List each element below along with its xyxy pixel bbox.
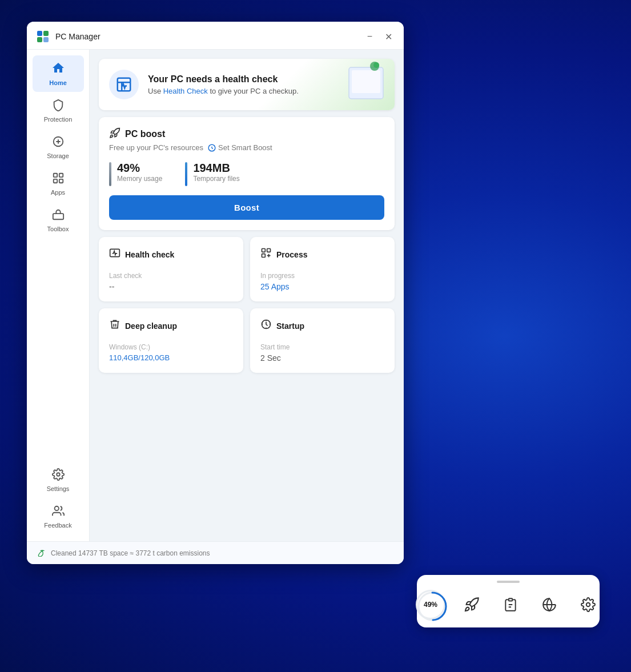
sidebar-feedback-label: Feedback — [44, 522, 71, 529]
startup-icon — [260, 319, 272, 333]
deep-cleanup-title: Deep cleanup — [125, 321, 177, 331]
sidebar-item-protection[interactable]: Protection — [33, 93, 84, 128]
svg-rect-8 — [59, 179, 62, 183]
taskbar-widget: 49% — [417, 575, 600, 627]
sidebar-item-feedback[interactable]: Feedback — [33, 499, 84, 534]
protection-icon — [52, 99, 65, 114]
health-banner-icon — [109, 70, 139, 99]
svg-rect-14 — [352, 70, 380, 93]
sidebar-bottom: Settings Feedback — [27, 462, 89, 536]
settings-icon — [52, 468, 65, 483]
process-card-icon — [260, 247, 272, 261]
minimize-button[interactable]: − — [365, 30, 375, 43]
storage-icon — [52, 135, 65, 150]
sidebar-item-storage[interactable]: Storage — [33, 130, 84, 165]
temp-label: Temporary files — [193, 175, 239, 183]
svg-point-10 — [57, 473, 60, 476]
svg-point-26 — [586, 603, 590, 607]
titlebar: PC Manager − ✕ — [27, 22, 404, 50]
svg-point-11 — [54, 506, 58, 510]
health-banner-text: Your PC needs a health check Use Health … — [148, 74, 299, 95]
process-card-title: Process — [276, 250, 307, 259]
boost-widget-btn — [459, 592, 484, 617]
smart-boost-link[interactable]: Set Smart Boost — [208, 143, 272, 152]
banner-decoration — [337, 59, 389, 110]
deep-cleanup-card[interactable]: Deep cleanup Windows (C:) 110,4GB/120,0G… — [99, 308, 243, 373]
widget-handle — [497, 581, 520, 583]
process-status-label: In progress — [260, 272, 384, 280]
memory-stat-text: 49% Memory usage — [117, 161, 162, 183]
health-check-card-title: Health check — [125, 250, 174, 259]
sidebar-protection-label: Protection — [44, 116, 73, 123]
sidebar-item-apps[interactable]: Apps — [33, 166, 84, 202]
deep-cleanup-label: Windows (C:) — [109, 343, 233, 351]
svg-rect-2 — [37, 37, 42, 42]
health-check-status-label: Last check — [109, 272, 233, 280]
widget-clipboard-icon[interactable] — [498, 592, 523, 617]
widget-icons: 49% — [416, 590, 601, 619]
sidebar-settings-label: Settings — [47, 485, 70, 492]
rocket-icon — [109, 127, 120, 141]
svg-rect-21 — [262, 254, 266, 257]
widget-edge-icon[interactable] — [537, 592, 562, 617]
sidebar-toolbox-label: Toolbox — [47, 226, 69, 232]
temp-value: 194MB — [193, 161, 239, 175]
sidebar-item-toolbox[interactable]: Toolbox — [33, 203, 84, 238]
window-body: Home Protection Storage Apps — [27, 50, 404, 541]
toolbox-icon — [52, 208, 65, 223]
boost-stats: 49% Memory usage 194MB Temporary files — [109, 161, 384, 186]
deep-cleanup-card-header: Deep cleanup — [109, 319, 233, 333]
svg-rect-7 — [53, 179, 57, 183]
memory-pct-label: 49% — [424, 601, 437, 609]
sidebar: Home Protection Storage Apps — [27, 50, 90, 541]
temp-stat-text: 194MB Temporary files — [193, 161, 239, 183]
health-check-status-value: -- — [109, 282, 233, 291]
health-banner-desc: Use Health Check to give your PC a check… — [148, 87, 299, 95]
cards-grid: Health check Last check -- Process In pr… — [99, 237, 395, 373]
app-title: PC Manager — [55, 32, 365, 41]
main-content: Your PC needs a health check Use Health … — [90, 50, 404, 541]
process-card[interactable]: Process In progress 25 Apps — [250, 237, 395, 301]
widget-settings-icon[interactable] — [576, 592, 601, 617]
process-apps-value: 25 Apps — [260, 282, 384, 291]
process-card-header: Process — [260, 247, 384, 261]
widget-memory-circle[interactable]: 49% — [416, 590, 445, 619]
footer-text: Cleaned 14737 TB space ≈ 3772 t carbon e… — [51, 549, 210, 557]
pc-boost-card: PC boost Free up your PC's resources Set… — [99, 117, 395, 230]
widget-boost-icon[interactable] — [459, 592, 484, 617]
feedback-icon — [52, 505, 65, 520]
boost-header: PC boost — [109, 127, 384, 141]
deep-cleanup-value: 110,4GB/120,0GB — [109, 353, 233, 362]
temp-bar — [185, 162, 187, 186]
startup-label: Start time — [260, 343, 384, 351]
memory-bar — [109, 162, 111, 186]
sidebar-home-label: Home — [49, 79, 67, 86]
health-check-banner[interactable]: Your PC needs a health check Use Health … — [99, 59, 395, 110]
memory-label: Memory usage — [117, 175, 162, 183]
sidebar-item-settings[interactable]: Settings — [33, 462, 84, 498]
close-button[interactable]: ✕ — [383, 30, 395, 43]
memory-circle: 49% — [416, 590, 445, 619]
boost-title: PC boost — [125, 129, 165, 139]
svg-rect-9 — [53, 214, 63, 219]
svg-rect-3 — [43, 37, 49, 42]
svg-rect-5 — [53, 174, 57, 177]
app-logo — [36, 30, 50, 43]
startup-card[interactable]: Startup Start time 2 Sec — [250, 308, 395, 373]
svg-rect-25 — [509, 598, 513, 601]
sidebar-item-home[interactable]: Home — [33, 55, 84, 92]
svg-rect-0 — [37, 31, 42, 36]
boost-button[interactable]: Boost — [109, 195, 384, 220]
leaf-icon — [37, 548, 46, 558]
health-check-card-icon — [109, 247, 120, 261]
window-footer: Cleaned 14737 TB space ≈ 3772 t carbon e… — [27, 541, 404, 564]
main-window: PC Manager − ✕ Home Protection — [27, 22, 404, 564]
svg-rect-20 — [267, 249, 271, 252]
health-check-card[interactable]: Health check Last check -- — [99, 237, 243, 301]
sidebar-apps-label: Apps — [51, 189, 65, 196]
deep-cleanup-icon — [109, 319, 120, 333]
memory-stat: 49% Memory usage — [109, 161, 162, 186]
sidebar-storage-label: Storage — [47, 152, 69, 159]
clipboard-widget-btn — [498, 592, 523, 617]
health-check-link[interactable]: Health Check — [163, 87, 208, 95]
